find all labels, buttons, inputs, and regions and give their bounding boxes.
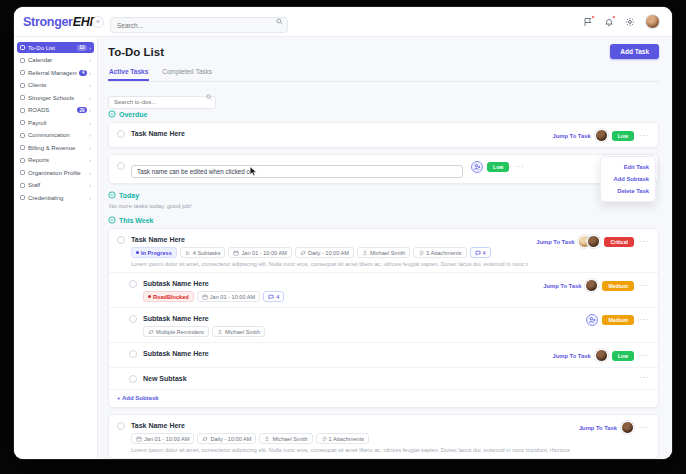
section-overdue[interactable]: Overdue (108, 110, 659, 118)
task-row[interactable]: Task Name Here Jan 01 - 10:00 AM Daily -… (109, 415, 658, 458)
tab-active-tasks[interactable]: Active Tasks (108, 65, 149, 81)
menu-item-add-subtask[interactable]: Add Subtask (607, 173, 649, 185)
task-checkbox[interactable] (129, 315, 137, 323)
chevron-right-icon: › (89, 195, 91, 201)
app-logo: StrongerEHR (14, 15, 92, 29)
section-collapse-icon (108, 110, 116, 118)
sidebar-item-todo-list[interactable]: To-Do List 12 › (17, 42, 94, 53)
chat-icon (475, 250, 481, 256)
sidebar-item-communication[interactable]: Communication › (17, 130, 94, 141)
count-badge: 4 (79, 70, 87, 76)
assignee-avatar (587, 235, 600, 248)
todo-search-input[interactable] (108, 96, 216, 109)
sidebar-item-clients[interactable]: Clients › (17, 80, 94, 91)
sidebar-item-billing-revenue[interactable]: Billing & Revenue › (17, 142, 94, 153)
repeat-icon (148, 329, 154, 335)
notification-dot (591, 15, 595, 19)
section-this-week[interactable]: This Week (108, 216, 659, 224)
global-search (110, 14, 288, 30)
assignee-avatar[interactable] (621, 421, 634, 434)
section-title: Overdue (119, 111, 147, 118)
sidebar-item-staff[interactable]: Staff › (17, 180, 94, 191)
global-search-input[interactable] (110, 17, 288, 33)
assignee-avatars[interactable] (578, 235, 600, 248)
chevron-right-icon: › (89, 82, 91, 88)
task-checkbox[interactable] (129, 375, 137, 383)
status-chip: RoadBlocked (143, 291, 194, 302)
more-options-icon[interactable]: ··· (638, 238, 650, 246)
task-checkbox[interactable] (117, 130, 125, 138)
logo-part-stronger: Stronger (23, 15, 73, 29)
sidebar-collapse-button[interactable]: « (92, 16, 104, 28)
billing-icon (20, 145, 25, 150)
sidebar-item-reports[interactable]: Reports › (17, 155, 94, 166)
more-options-icon[interactable]: ··· (638, 374, 650, 382)
task-checkbox[interactable] (117, 162, 125, 170)
sidebar-item-credentialing[interactable]: Credentialing › (17, 192, 94, 203)
comments-chip[interactable]: 4 (470, 247, 491, 258)
sidebar-item-calendar[interactable]: Calendar › (17, 55, 94, 66)
chevron-right-icon: › (89, 157, 91, 163)
assignee-avatar[interactable] (595, 129, 608, 142)
subtask-title: New Subtask (143, 373, 630, 384)
jump-to-task-link[interactable]: Jump To Task (579, 425, 617, 431)
task-card-with-subtasks: Task Name Here In Progress 4 Subtasks Ja… (108, 228, 659, 408)
todo-list-icon (20, 45, 25, 50)
subtask-row[interactable]: Subtask Name Here Multiple Reminders Mic… (109, 307, 658, 342)
referral-icon (20, 70, 25, 75)
sidebar-item-label: Staff (28, 182, 87, 188)
task-row[interactable]: Task Name Here In Progress 4 Subtasks Ja… (109, 229, 658, 272)
sidebar-item-stronger-schools[interactable]: Stronger Schools › (17, 92, 94, 103)
more-options-icon[interactable]: ··· (638, 352, 650, 360)
more-options-icon[interactable]: ··· (513, 163, 525, 171)
new-subtask-row[interactable]: New Subtask ··· (109, 367, 658, 389)
sidebar-item-label: Referral Management (28, 70, 77, 76)
more-options-icon[interactable]: ··· (638, 282, 650, 290)
task-checkbox[interactable] (129, 280, 137, 288)
gear-icon[interactable] (624, 16, 636, 28)
task-title: Task Name Here (131, 234, 528, 245)
subtask-row[interactable]: Subtask Name Here Jump To Task Low ··· (109, 342, 658, 367)
organization-icon (20, 170, 25, 175)
jump-to-task-link[interactable]: Jump To Task (553, 353, 591, 359)
user-avatar[interactable] (645, 14, 660, 29)
task-chips: Jan 01 - 10:00 AM Daily - 10:00 AM Micha… (131, 433, 571, 444)
menu-item-delete-task[interactable]: Delete Task (607, 185, 649, 197)
task-checkbox[interactable] (117, 236, 125, 244)
sidebar-item-roads[interactable]: ROADS 29 › (17, 105, 94, 116)
sidebar-item-label: Stronger Schools (28, 95, 87, 101)
jump-to-task-link[interactable]: Jump To Task (543, 283, 581, 289)
bell-icon[interactable] (603, 16, 615, 28)
more-options-icon[interactable]: ··· (638, 132, 650, 140)
flag-notification-icon[interactable] (582, 16, 594, 28)
task-checkbox[interactable] (129, 350, 137, 358)
add-task-button[interactable]: Add Task (610, 44, 659, 59)
assignee-avatar[interactable] (595, 349, 608, 362)
task-chips: RoadBlocked Jan 01 - 10:00 AM 4 (143, 291, 535, 302)
comments-chip[interactable]: 4 (263, 291, 284, 302)
section-today[interactable]: Today (108, 191, 659, 199)
tab-completed-tasks[interactable]: Completed Tasks (161, 65, 213, 81)
assign-user-icon[interactable] (586, 314, 598, 326)
more-options-icon[interactable]: ··· (638, 424, 650, 432)
task-title-edit-input[interactable] (131, 165, 463, 178)
sidebar-item-label: Credentialing (28, 195, 87, 201)
task-row[interactable]: Task Name Here Jump To Task Low ··· (109, 123, 658, 147)
task-checkbox[interactable] (117, 422, 125, 430)
notification-dot (612, 15, 616, 19)
sidebar-item-payroll[interactable]: Payroll › (17, 117, 94, 128)
subtask-row[interactable]: Subtask Name Here RoadBlocked Jan 01 - 1… (109, 272, 658, 307)
assignee-avatar[interactable] (585, 279, 598, 292)
more-options-icon[interactable]: ··· (638, 316, 650, 324)
chevron-right-icon: › (89, 170, 91, 176)
add-subtask-link[interactable]: + Add Subtask (109, 389, 658, 407)
jump-to-task-link[interactable]: Jump To Task (553, 133, 591, 139)
jump-to-task-link[interactable]: Jump To Task (536, 239, 574, 245)
sidebar-item-referral-management[interactable]: Referral Management 4 › (17, 67, 94, 78)
chevron-right-icon: › (89, 45, 91, 51)
sidebar-item-organization-profile[interactable]: Organization Profile › (17, 167, 94, 178)
menu-item-edit-task[interactable]: Edit Task (607, 161, 649, 173)
task-row-editing[interactable]: Low ··· (109, 155, 658, 183)
assign-user-icon[interactable] (471, 161, 483, 173)
subtasks-chip: 4 Subtasks (180, 247, 226, 258)
